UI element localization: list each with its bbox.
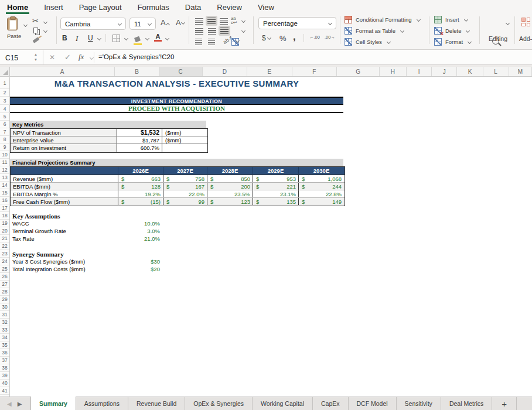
key-metrics-section-header: Key Metrics — [10, 121, 206, 128]
column-header-H[interactable]: H — [380, 67, 407, 76]
cut-button[interactable]: ✂ — [32, 16, 39, 25]
add-sheet-button[interactable]: + — [492, 397, 517, 410]
prev-sheet-icon[interactable]: ◀ — [7, 401, 12, 407]
paste-chevron-icon[interactable] — [23, 23, 28, 27]
conditional-formatting-button[interactable]: Conditional Formatting — [345, 16, 420, 23]
column-header-L[interactable]: L — [483, 67, 509, 76]
column-header-C[interactable]: C — [159, 67, 203, 76]
ribbon-tab-page-layout[interactable]: Page Layout — [78, 1, 123, 14]
column-header-D[interactable]: D — [203, 67, 248, 76]
wrap-text-chevron-icon[interactable] — [241, 19, 245, 23]
align-right-button[interactable] — [219, 26, 230, 36]
next-sheet-icon[interactable]: ▶ — [18, 401, 22, 407]
format-as-table-icon — [345, 27, 352, 35]
editing-chevron-icon[interactable] — [506, 21, 510, 25]
sheet-tab-working-capital[interactable]: Working Capital — [253, 397, 313, 410]
column-header-A[interactable]: A — [10, 67, 115, 76]
font-name-select[interactable]: Cambria — [60, 18, 126, 30]
decrease-indent-button[interactable] — [195, 39, 202, 45]
increase-decimal-button[interactable]: ←.00 — [309, 35, 320, 39]
cell-styles-button[interactable]: Cell Styles — [345, 38, 390, 46]
delete-cells-button[interactable]: Delete — [434, 27, 469, 35]
insert-function-icon[interactable]: fx — [79, 52, 84, 62]
cut-chevron-icon[interactable] — [43, 20, 47, 24]
column-header-E[interactable]: E — [247, 67, 292, 76]
sheet-tab-summary[interactable]: Summary — [30, 397, 76, 410]
sheet-tab-sensitivity[interactable]: Sensitivity — [397, 397, 441, 410]
comma-format-button[interactable]: , — [293, 31, 296, 43]
synergy-value: $20 — [117, 265, 160, 273]
ribbon-tab-insert[interactable]: Insert — [43, 1, 64, 14]
sheet-tab-capex[interactable]: CapEx — [313, 397, 349, 410]
sheet-tab-assumptions[interactable]: Assumptions — [76, 397, 128, 410]
column-header-I[interactable]: I — [407, 67, 432, 76]
paste-button[interactable]: Paste — [7, 18, 21, 39]
merge-chevron-icon[interactable] — [241, 29, 245, 33]
copy-button[interactable] — [33, 28, 38, 33]
assumption-header: Key Assumptions — [12, 212, 60, 220]
fill-color-button[interactable] — [134, 37, 142, 45]
fill-color-chevron-icon[interactable] — [145, 36, 149, 40]
underline-button[interactable]: U — [88, 34, 93, 42]
ribbon-tab-review[interactable]: Review — [216, 1, 243, 14]
column-header-M[interactable]: M — [509, 67, 532, 76]
align-middle-button[interactable] — [206, 16, 217, 26]
wrap-text-button[interactable]: abc↩ — [231, 16, 237, 25]
sheet-tab-dcf-model[interactable]: DCF Model — [349, 397, 397, 410]
ribbon-tab-data[interactable]: Data — [184, 1, 202, 14]
align-center-button[interactable] — [208, 28, 216, 35]
projections-year-header: 2027E — [163, 167, 207, 175]
column-header-K[interactable]: K — [457, 67, 483, 76]
format-cells-button[interactable]: Format — [434, 38, 471, 46]
percent-format-button[interactable]: % — [279, 34, 287, 43]
addins-icon[interactable] — [521, 18, 530, 26]
sheet-tab-opex-synergies[interactable]: OpEx & Synergies — [185, 397, 253, 410]
bold-button[interactable]: B — [62, 34, 67, 42]
number-format-select[interactable]: Percentage — [258, 17, 336, 29]
select-all-corner[interactable] — [0, 67, 10, 76]
group-divider — [189, 16, 189, 44]
ribbon-tab-home[interactable]: Home — [6, 1, 29, 14]
insert-label: Insert — [445, 16, 459, 23]
font-size-select[interactable]: 11 — [129, 18, 156, 30]
enter-icon[interactable]: ✓ — [64, 53, 71, 62]
metric-value: $1,532 — [118, 129, 162, 136]
italic-button[interactable]: I — [76, 34, 78, 43]
align-left-button[interactable] — [195, 28, 203, 35]
borders-chevron-icon[interactable] — [124, 36, 128, 40]
sheet-tab-deal-metrics[interactable]: Deal Metrics — [441, 397, 492, 410]
sheet-tab-revenue-build[interactable]: Revenue Build — [128, 397, 185, 410]
underline-chevron-icon[interactable] — [97, 36, 101, 40]
decrease-decimal-button[interactable]: .00→ — [325, 35, 335, 39]
projections-cell: $244 — [298, 183, 344, 190]
column-header-B[interactable]: B — [115, 67, 159, 76]
align-top-button[interactable] — [195, 18, 203, 25]
insert-cells-button[interactable]: Insert — [434, 16, 468, 23]
column-header-G[interactable]: G — [337, 67, 380, 76]
sheet-title: M&A TRANSACTION ANALYSIS - EXECUTIVE SUM… — [10, 77, 343, 89]
increase-indent-button[interactable] — [208, 39, 215, 45]
column-header-F[interactable]: F — [292, 67, 337, 76]
format-as-table-button[interactable]: Format as Table — [345, 27, 404, 35]
formula-input[interactable]: ='OpEx & Synergies'!C20 — [98, 53, 174, 60]
copy-chevron-icon[interactable] — [43, 29, 47, 33]
decrease-font-button[interactable]: A — [176, 18, 185, 27]
group-divider — [303, 34, 304, 42]
name-box-spinner[interactable]: ▲▼ — [34, 52, 37, 63]
font-color-chevron-icon[interactable] — [165, 36, 169, 40]
ribbon-tab-view[interactable]: View — [257, 1, 275, 14]
sheet-content: M&A TRANSACTION ANALYSIS - EXECUTIVE SUM… — [0, 77, 532, 397]
align-bottom-button[interactable] — [220, 18, 228, 25]
column-header-J[interactable]: J — [432, 67, 457, 76]
sheet-body[interactable]: 1234567891011121314151617181920212223242… — [0, 77, 532, 397]
projections-cell: 19.2% — [118, 190, 163, 197]
fx-chevron-icon — [90, 56, 94, 60]
cancel-icon[interactable]: ✕ — [49, 53, 55, 62]
borders-button[interactable] — [112, 35, 120, 42]
font-color-button[interactable]: A — [154, 33, 162, 42]
excel-window: HomeInsertPage LayoutFormulasDataReviewV… — [0, 0, 532, 410]
ribbon-tab-formulas[interactable]: Formulas — [137, 1, 170, 14]
increase-font-button[interactable]: A — [161, 18, 169, 27]
currency-format-button[interactable]: $ — [262, 34, 271, 42]
format-painter-button[interactable] — [33, 37, 40, 43]
